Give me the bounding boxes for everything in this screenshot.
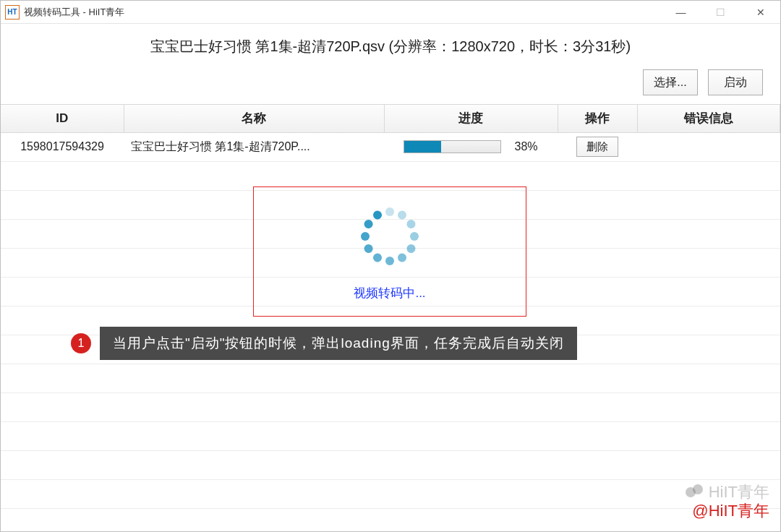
file-info-label: 宝宝巴士好习惯 第1集-超清720P.qsv (分辨率：1280x720，时长：… (15, 37, 766, 56)
minimize-button[interactable]: — (661, 1, 701, 24)
table-row (1, 392, 780, 421)
table-row (1, 277, 780, 306)
col-error: 错误信息 (637, 105, 780, 132)
window-controls: — ☐ ✕ (661, 1, 780, 24)
annotation-callout: 1 当用户点击"启动"按钮的时候，弹出loading界面，任务完成后自动关闭 (71, 327, 577, 360)
progress-text: 38% (514, 140, 537, 153)
annotation-text: 当用户点击"启动"按钮的时候，弹出loading界面，任务完成后自动关闭 (100, 327, 577, 360)
col-id: ID (1, 105, 124, 132)
table-row (1, 248, 780, 277)
close-button[interactable]: ✕ (741, 1, 780, 24)
cell-progress: 38% (384, 132, 558, 161)
watermark-red: @HiIT青年 (692, 500, 769, 522)
table-row (1, 364, 780, 392)
watermark: HiIT青年 @HiIT青年 (686, 481, 769, 522)
task-table: ID 名称 进度 操作 错误信息 1598017594329宝宝巴士好习惯 第1… (1, 105, 780, 509)
col-name: 名称 (124, 105, 384, 132)
progress-bar (404, 140, 501, 153)
table-row (1, 450, 780, 479)
app-window: HT 视频转码工具 - HiIT青年 — ☐ ✕ 宝宝巴士好习惯 第1集-超清7… (0, 0, 781, 532)
table-row: 1598017594329宝宝巴士好习惯 第1集-超清720P....38%删除 (1, 132, 780, 161)
table-row (1, 161, 780, 190)
annotation-badge: 1 (71, 333, 91, 353)
col-progress: 进度 (384, 105, 558, 132)
maximize-button[interactable]: ☐ (701, 1, 741, 24)
cell-error (637, 132, 780, 161)
table-row (1, 421, 780, 450)
delete-button[interactable]: 删除 (576, 137, 618, 157)
cell-name: 宝宝巴士好习惯 第1集-超清720P.... (124, 132, 384, 161)
col-action: 操作 (558, 105, 637, 132)
table-row (1, 479, 780, 508)
cell-action: 删除 (558, 132, 637, 161)
header-area: 宝宝巴士好习惯 第1集-超清720P.qsv (分辨率：1280x720，时长：… (1, 24, 780, 104)
wechat-icon (686, 484, 704, 500)
table-wrapper: ID 名称 进度 操作 错误信息 1598017594329宝宝巴士好习惯 第1… (1, 104, 780, 531)
action-row: 选择... 启动 (15, 69, 766, 95)
table-row (1, 190, 780, 219)
select-button[interactable]: 选择... (643, 69, 698, 95)
start-button[interactable]: 启动 (708, 69, 763, 95)
window-title: 视频转码工具 - HiIT青年 (24, 6, 124, 19)
table-row (1, 219, 780, 248)
app-icon: HT (5, 5, 20, 20)
titlebar: HT 视频转码工具 - HiIT青年 — ☐ ✕ (1, 1, 780, 24)
cell-id: 1598017594329 (1, 132, 124, 161)
